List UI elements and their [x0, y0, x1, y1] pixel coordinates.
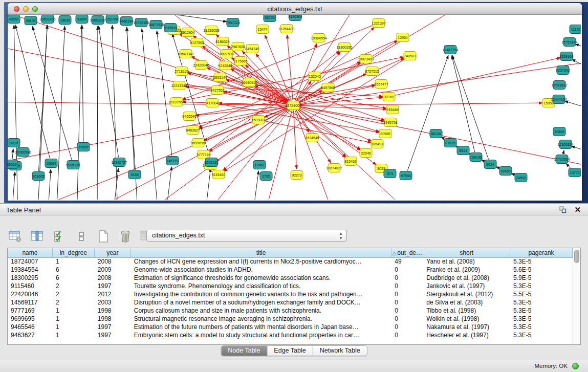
edge[interactable]	[452, 55, 489, 159]
citation-edge[interactable]	[298, 61, 581, 105]
column-header-short[interactable]: short	[423, 248, 510, 258]
table-cell[interactable]: Changes of HCN gene expression and I(f) …	[131, 258, 392, 266]
table-cell[interactable]: 5.3E-5	[510, 282, 573, 291]
table-cell[interactable]: 2	[53, 291, 95, 299]
table-cell[interactable]: 9699695	[8, 315, 53, 323]
vertical-scrollbar[interactable]	[573, 248, 580, 344]
graph-node[interactable]: 12942757	[111, 158, 127, 167]
edge[interactable]	[15, 25, 50, 159]
graph-node[interactable]: 15751874	[561, 38, 577, 47]
table-row[interactable]: 1872400712008Changes of HCN gene express…	[8, 258, 573, 266]
graph-node[interactable]: 8427552	[210, 86, 224, 95]
graph-node[interactable]: 8757515	[365, 67, 379, 76]
graph-node[interactable]: 12444154	[551, 95, 567, 104]
table-row[interactable]: 946554611997Estimation of the future num…	[8, 323, 573, 332]
graph-node[interactable]: 43557	[8, 15, 20, 24]
table-cell[interactable]: 0	[391, 274, 423, 282]
edge[interactable]	[56, 26, 64, 200]
edge[interactable]	[407, 55, 448, 170]
graph-node[interactable]: 18226058	[203, 26, 219, 35]
graph-node[interactable]: 92450	[499, 167, 512, 176]
table-cell[interactable]: 0	[391, 323, 423, 332]
graph-node[interactable]: 10973493	[358, 55, 374, 63]
graph-node[interactable]: 8186328	[215, 37, 229, 46]
tab-network-table[interactable]: Network Table	[313, 346, 367, 356]
citation-edge[interactable]	[297, 109, 346, 157]
graph-node[interactable]: 17952	[253, 161, 266, 169]
graph-node[interactable]: 11172	[570, 25, 581, 34]
citation-edge[interactable]	[296, 110, 309, 133]
network-window-titlebar[interactable]: citations_edges.txt	[8, 3, 582, 15]
citation-edge[interactable]	[256, 54, 290, 101]
table-cell[interactable]: 1	[53, 307, 95, 315]
table-cell[interactable]: Stergiakouli et al. (2012)	[423, 291, 510, 299]
column-header-title[interactable]: title	[131, 248, 392, 258]
table-cell[interactable]: 0	[391, 282, 423, 291]
table-row[interactable]: 1938455462009Genome-wide association stu…	[8, 266, 573, 274]
table-cell[interactable]: 9777169	[8, 307, 53, 315]
table-cell[interactable]: Corpus callosum shape and size in male p…	[131, 307, 392, 315]
edge[interactable]	[39, 25, 48, 171]
tab-node-table[interactable]: Node Table	[221, 346, 267, 356]
edge[interactable]	[112, 25, 118, 200]
table-cell[interactable]: 1997	[95, 282, 131, 291]
edge[interactable]	[113, 168, 119, 200]
graph-node[interactable]: 8995758	[383, 118, 397, 127]
edge[interactable]	[252, 171, 258, 200]
table-cell[interactable]: Hescheler et al. (1997)	[423, 332, 510, 340]
table-cell[interactable]: Disruption of a novel member of a sodium…	[131, 299, 392, 307]
edge[interactable]	[571, 146, 581, 156]
citation-edge[interactable]	[141, 108, 289, 200]
graph-node[interactable]: 9463627	[186, 126, 200, 135]
column-header-in_degree[interactable]: in_degree	[53, 248, 95, 258]
delete-icon[interactable]	[118, 229, 133, 244]
graph-node[interactable]: 18300295	[336, 43, 352, 52]
graph-node[interactable]: 417004	[206, 99, 219, 107]
graph-node[interactable]: 15474	[256, 25, 269, 34]
column-header-year[interactable]: year	[95, 248, 131, 258]
graph-node[interactable]: 8454749	[245, 45, 259, 53]
graph-node[interactable]: 815462	[344, 157, 357, 166]
graph-node[interactable]: 9127505	[190, 38, 204, 47]
table-cell[interactable]: Estimation of the future numbers of pati…	[131, 323, 392, 332]
graph-node[interactable]: 109145	[470, 153, 482, 162]
graph-node[interactable]: 32160	[383, 93, 395, 101]
table-cell[interactable]: Yano et al. (2008)	[423, 258, 510, 266]
graph-node[interactable]: 1667477	[374, 80, 388, 89]
graph-node[interactable]: 10806	[553, 127, 565, 136]
table-cell[interactable]: 18724007	[8, 258, 53, 266]
graph-node[interactable]: 3175685	[233, 57, 247, 65]
graph-node[interactable]: 9827508	[220, 50, 233, 58]
graph-node[interactable]: 9242848	[218, 61, 232, 70]
citation-edge[interactable]	[8, 106, 288, 163]
graph-node[interactable]: 12100354	[557, 140, 573, 149]
table-cell[interactable]: Wolkin et al. (1998)	[423, 315, 510, 323]
edge[interactable]	[157, 31, 171, 156]
graph-node[interactable]: 10719185	[133, 18, 149, 27]
table-row[interactable]: 977716911998Corpus callosum shape and si…	[8, 307, 573, 315]
table-cell[interactable]: 1	[53, 332, 95, 340]
graph-node[interactable]: 10653287	[90, 16, 105, 25]
graph-node[interactable]: 18724007	[285, 101, 301, 110]
table-cell[interactable]: 0	[391, 332, 423, 340]
graph-node[interactable]: 97594	[400, 171, 412, 180]
table-cell[interactable]: 2008	[95, 274, 131, 282]
table-cell[interactable]: de Silva et al. (2003)	[423, 299, 510, 307]
edge[interactable]	[77, 25, 82, 200]
citation-edge[interactable]	[394, 58, 561, 96]
edge[interactable]	[14, 25, 18, 200]
table-cell[interactable]: Dudbridge et al. (2008)	[423, 274, 510, 282]
graph-node[interactable]: 12213344	[171, 81, 187, 90]
graph-node[interactable]: 11254409	[279, 25, 295, 33]
graph-node[interactable]: 8130304	[288, 15, 302, 21]
table-cell[interactable]: 0	[391, 299, 423, 307]
table-cell[interactable]: 14569117	[8, 299, 53, 307]
table-cell[interactable]: 5.3E-5	[510, 299, 573, 307]
scrollbar-thumb[interactable]	[574, 250, 579, 263]
table-cell[interactable]: 2	[53, 282, 95, 291]
graph-node[interactable]: 7515526	[163, 24, 177, 32]
table-cell[interactable]: 2012	[95, 291, 131, 299]
table-cell[interactable]: Investigating the contribution of common…	[131, 291, 392, 299]
graph-node[interactable]: 33890	[76, 15, 88, 24]
graph-node[interactable]: 2718120	[175, 67, 188, 76]
